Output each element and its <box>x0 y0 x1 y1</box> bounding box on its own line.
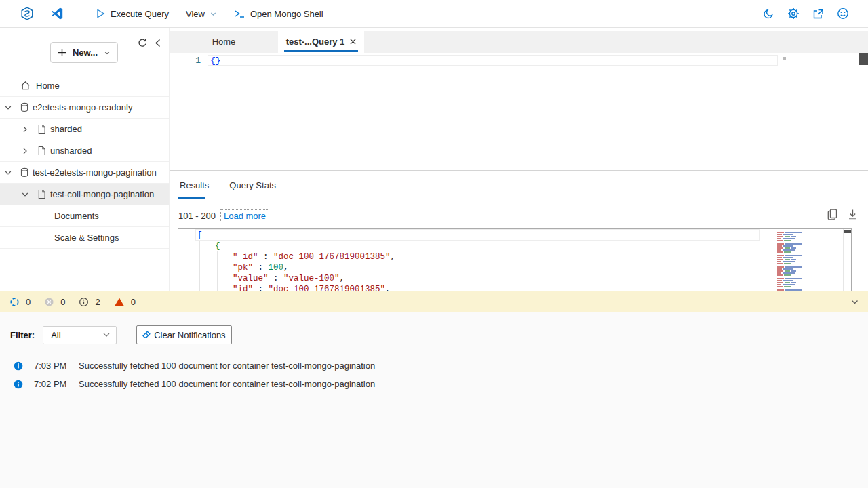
database-icon <box>20 167 29 178</box>
new-resource-button[interactable]: New... <box>50 42 118 63</box>
chevron-right-icon[interactable] <box>21 125 29 134</box>
sidebar-item-label: sharded <box>50 124 82 134</box>
chevron-down-icon[interactable] <box>4 104 12 112</box>
sidebar-item-label: test-e2etests-mongo-pagination <box>33 167 157 178</box>
results-json-viewer[interactable]: [ { "_id" : "doc_100_1767819001385", "pk… <box>178 228 852 291</box>
clear-notifications-label: Clear Notifications <box>154 330 226 340</box>
collapse-panel-chevron-icon[interactable] <box>850 298 859 306</box>
result-range-label: 101 - 200 <box>178 211 216 221</box>
divider <box>127 328 127 342</box>
sidebar-item-label: e2etests-mongo-readonly <box>33 102 132 113</box>
collection-icon <box>37 124 46 134</box>
document-tab-strip: Home test-...Query 1 <box>170 30 868 53</box>
tab-query[interactable]: test-...Query 1 <box>278 30 364 53</box>
sidebar-item-label: unsharded <box>50 146 92 156</box>
execute-query-button[interactable]: Execute Query <box>95 8 169 19</box>
sidebar-item-home[interactable]: Home <box>0 75 169 97</box>
view-menu-button[interactable]: View <box>186 9 217 19</box>
copy-results-icon[interactable] <box>827 208 838 221</box>
info-count: 2 <box>95 297 100 307</box>
chevron-down-icon <box>104 49 111 56</box>
query-text: {} <box>210 56 221 66</box>
in-progress-count: 0 <box>26 297 31 307</box>
home-icon <box>20 81 31 91</box>
clear-notifications-button[interactable]: Clear Notifications <box>136 325 232 344</box>
warning-count: 0 <box>131 297 136 307</box>
plus-icon <box>58 48 66 57</box>
download-results-icon[interactable] <box>847 208 859 221</box>
execute-query-label: Execute Query <box>111 9 169 19</box>
notification-item[interactable]: 7:03 PM Successfully fetched 100 documen… <box>0 357 868 375</box>
editor-vertical-scrollbar[interactable] <box>859 53 868 170</box>
theme-toggle-moon-icon[interactable] <box>763 8 774 20</box>
filter-selected-value: All <box>51 330 60 340</box>
scrollbar-thumb[interactable] <box>844 230 851 233</box>
sidebar-item-documents[interactable]: Documents <box>0 205 169 227</box>
filter-dropdown[interactable]: All <box>43 326 117 344</box>
database-icon <box>20 102 29 113</box>
results-panel: Results Query Stats 101 - 200 Load more … <box>170 171 868 291</box>
status-errors[interactable]: 0 <box>44 297 65 307</box>
status-info[interactable]: 2 <box>79 297 100 307</box>
new-button-label: New... <box>73 47 98 58</box>
sidebar-item-label: Scale & Settings <box>54 232 119 243</box>
app-window: Execute Query View Open Mongo Shell <box>0 0 868 488</box>
json-line: { <box>178 241 762 251</box>
collection-icon <box>37 189 46 199</box>
json-line: "id" : "doc_100_1767819001385", <box>178 284 762 291</box>
results-tab-underline <box>178 197 205 199</box>
load-more-link[interactable]: Load more <box>220 209 269 222</box>
sidebar-item-collection-unsharded[interactable]: unsharded <box>0 140 169 162</box>
sync-progress-icon <box>9 297 20 307</box>
json-line: "pk" : 100, <box>178 262 762 273</box>
divider <box>146 296 146 308</box>
chevron-down-icon <box>210 10 217 18</box>
sidebar-item-collection-pagination[interactable]: test-coll-mongo-pagination <box>0 184 169 205</box>
close-tab-icon[interactable] <box>350 39 356 45</box>
warning-triangle-icon <box>114 297 125 307</box>
status-warnings[interactable]: 0 <box>114 297 136 307</box>
filter-label: Filter: <box>10 330 35 340</box>
error-dismiss-icon <box>44 297 54 307</box>
editor-minimap <box>783 57 786 60</box>
sidebar-item-scale-settings[interactable]: Scale & Settings <box>0 227 169 249</box>
play-icon <box>95 8 106 19</box>
vscode-logo-icon[interactable] <box>50 7 64 20</box>
tab-home-label: Home <box>212 37 236 47</box>
scrollbar-thumb[interactable] <box>859 53 868 65</box>
open-mongo-shell-button[interactable]: Open Mongo Shell <box>234 9 323 19</box>
collapse-sidebar-icon[interactable] <box>155 38 161 48</box>
notification-time: 7:02 PM <box>34 379 77 389</box>
feedback-smiley-icon[interactable] <box>837 7 849 20</box>
chevron-down-icon <box>102 331 111 339</box>
cosmos-db-logo-icon <box>20 6 35 21</box>
sidebar-item-label: test-coll-mongo-pagination <box>50 189 154 199</box>
sidebar-item-label: Home <box>36 81 60 91</box>
view-label: View <box>186 9 205 19</box>
json-line: "value" : "value-100", <box>178 273 762 284</box>
sidebar-item-label: Documents <box>54 211 99 221</box>
chevron-right-icon[interactable] <box>21 147 29 155</box>
tab-results[interactable]: Results <box>180 180 209 190</box>
status-in-progress[interactable]: 0 <box>9 297 31 307</box>
results-vertical-scrollbar[interactable] <box>843 229 851 291</box>
current-line-highlight <box>208 55 778 66</box>
notification-status-bar[interactable]: 0 0 2 0 <box>0 291 868 312</box>
settings-gear-icon[interactable] <box>787 7 800 20</box>
chevron-down-icon[interactable] <box>21 190 29 199</box>
tab-home[interactable]: Home <box>170 30 278 53</box>
open-in-new-window-icon[interactable] <box>812 8 824 20</box>
notifications-panel: Filter: All Clear Notifications 7:03 <box>0 312 868 488</box>
line-number: 1 <box>170 56 201 66</box>
notification-item[interactable]: 7:02 PM Successfully fetched 100 documen… <box>0 375 868 393</box>
sidebar-item-collection-sharded[interactable]: sharded <box>0 119 169 140</box>
json-line: "_id" : "doc_100_1767819001385", <box>178 251 762 262</box>
sidebar-item-database-readonly[interactable]: e2etests-mongo-readonly <box>0 97 169 119</box>
tab-query-stats[interactable]: Query Stats <box>229 180 276 190</box>
error-count: 0 <box>60 297 65 307</box>
query-editor[interactable]: 1 {} <box>170 53 868 171</box>
chevron-down-icon[interactable] <box>4 169 12 177</box>
results-minimap <box>774 232 842 291</box>
refresh-tree-icon[interactable] <box>138 38 147 48</box>
sidebar-item-database-pagination[interactable]: test-e2etests-mongo-pagination <box>0 162 169 184</box>
